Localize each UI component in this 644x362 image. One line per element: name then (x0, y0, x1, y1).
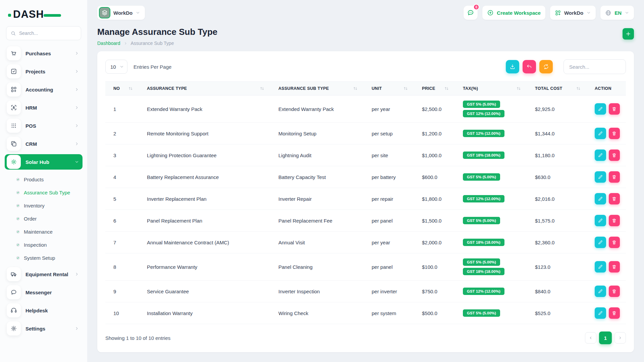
sidebar-search-input[interactable] (19, 31, 77, 36)
sidebar-subitem-inventory[interactable]: Inventory (16, 199, 83, 212)
cell-assurance-type: Panel Replacement Plan (139, 210, 270, 232)
delete-button[interactable] (609, 237, 620, 248)
cell-no: 2 (105, 123, 139, 144)
edit-button[interactable] (595, 171, 606, 183)
delete-button[interactable] (609, 149, 620, 161)
edit-button[interactable] (595, 215, 606, 226)
sidebar-item-projects[interactable]: Projects (5, 64, 83, 79)
cell-assurance-sub-type: Extended Warranty Pack (270, 96, 364, 123)
apps-menu-button[interactable]: WorkDo (550, 6, 596, 20)
tax-badge: GST 18% (18.00%) (463, 268, 504, 275)
delete-button[interactable] (609, 103, 620, 115)
edit-button[interactable] (595, 261, 606, 273)
cell-action (587, 96, 626, 123)
workspace-switcher[interactable]: WorkDo (97, 6, 145, 20)
cell-tax: GST 5% (5.00%) (455, 210, 527, 232)
table-row: 6 Panel Replacement Plan Panel Replaceme… (105, 210, 626, 232)
column-header-no[interactable]: NO (105, 82, 139, 96)
pagination-next-button[interactable] (614, 332, 626, 344)
edit-button[interactable] (595, 149, 606, 161)
breadcrumb-dashboard-link[interactable]: Dashboard (97, 41, 120, 46)
cell-assurance-type: Remote Monitoring Support (139, 123, 270, 144)
sort-icon[interactable] (128, 86, 133, 90)
delete-button[interactable] (609, 286, 620, 297)
sidebar-subitem-inspection[interactable]: Inspection (16, 238, 83, 251)
cell-assurance-sub-type: Wiring Check (270, 302, 364, 324)
delete-button[interactable] (609, 307, 620, 319)
sort-icon[interactable] (404, 86, 408, 90)
sidebar-subitem-system-setup[interactable]: System Setup (16, 251, 83, 264)
sort-icon[interactable] (444, 86, 449, 90)
cell-assurance-type: Installation Warranty (139, 302, 270, 324)
checkbox-icon (10, 68, 17, 75)
table-row: 3 Lightning Protection Guarantee Lightni… (105, 144, 626, 166)
sidebar-search[interactable] (6, 26, 81, 40)
chevron-down-icon (119, 64, 124, 69)
export-button[interactable] (506, 60, 519, 73)
entries-per-page-label: Entries Per Page (133, 64, 171, 70)
sidebar-item-hrm[interactable]: HRM (5, 100, 83, 115)
sidebar-item-accounting[interactable]: Accounting (5, 82, 83, 97)
sidebar-subitem-products[interactable]: Products (16, 173, 83, 186)
column-header-price[interactable]: PRICE (414, 82, 455, 96)
column-header-tax[interactable]: TAX(%) (455, 82, 527, 96)
sidebar-subitem-order[interactable]: Order (16, 212, 83, 225)
sidebar-item-solar-hub[interactable]: Solar Hub (5, 154, 83, 170)
entries-per-page-select[interactable]: 10 (105, 60, 127, 74)
sidebar-item-pos[interactable]: POS (5, 118, 83, 133)
create-workspace-button[interactable]: Create Workspace (482, 6, 545, 20)
edit-button[interactable] (595, 237, 606, 248)
delete-button[interactable] (609, 193, 620, 204)
refresh-button[interactable] (539, 60, 553, 73)
edit-button[interactable] (595, 128, 606, 139)
sidebar-item-label: CRM (25, 141, 70, 147)
sidebar-item-crm[interactable]: CRM (5, 136, 83, 152)
sidebar: DASH Purchases Projects Accounting HRM P… (0, 0, 87, 362)
sort-icon[interactable] (517, 86, 521, 90)
table-search-input[interactable] (564, 59, 626, 74)
sidebar-subitem-assurance-sub-type[interactable]: Assurance Sub Type (16, 186, 83, 199)
pagination-page-1[interactable]: 1 (599, 331, 612, 344)
sort-icon[interactable] (353, 86, 358, 90)
delete-button[interactable] (609, 215, 620, 226)
edit-button[interactable] (595, 286, 606, 297)
tax-badge: GST 18% (18.00%) (463, 152, 504, 159)
delete-button[interactable] (609, 171, 620, 183)
cell-price: $100.0 (414, 253, 455, 281)
cell-unit: per site (364, 144, 414, 166)
sidebar-item-settings[interactable]: Settings (5, 321, 83, 336)
pagination-prev-button[interactable] (585, 332, 596, 344)
column-header-unit[interactable]: UNIT (364, 82, 414, 96)
logo-text: DASH (13, 8, 44, 20)
sort-icon[interactable] (576, 86, 581, 90)
sidebar-item-equipment-rental[interactable]: Equipment Rental (5, 266, 83, 282)
sidebar-item-purchases[interactable]: Purchases (5, 46, 83, 61)
back-button[interactable] (523, 60, 536, 73)
brand-logo[interactable]: DASH (5, 5, 83, 21)
sidebar-item-messenger[interactable]: Messenger (5, 285, 83, 300)
bullet-icon (16, 217, 20, 221)
messages-button[interactable]: 0 (464, 6, 478, 20)
edit-button[interactable] (595, 193, 606, 204)
sidebar-subitem-label: Order (24, 216, 37, 222)
table-row: 9 Service Guarantee Inverter Inspection … (105, 281, 626, 302)
add-assurance-sub-type-button[interactable] (623, 28, 634, 40)
chevron-right-icon (74, 69, 79, 74)
language-label: EN (614, 10, 622, 16)
gear-icon (10, 325, 17, 332)
column-header-assurance-type[interactable]: ASSURANCE TYPE (139, 82, 270, 96)
delete-button[interactable] (609, 261, 620, 273)
showing-entries-text: Showing 1 to 10 of 10 entries (105, 335, 170, 341)
column-header-assurance-sub-type[interactable]: ASSURANCE SUB TYPE (270, 82, 364, 96)
column-header-total-cost[interactable]: TOTAL COST (527, 82, 587, 96)
delete-button[interactable] (609, 128, 620, 139)
sidebar-item-helpdesk[interactable]: Helpdesk (5, 303, 83, 318)
edit-button[interactable] (595, 307, 606, 319)
cell-price: $500.0 (414, 302, 455, 324)
sort-icon[interactable] (260, 86, 264, 90)
edit-button[interactable] (595, 103, 606, 115)
sidebar-subitem-maintenance[interactable]: Maintenance (16, 225, 83, 238)
cell-total-cost: $2,016.0 (527, 188, 587, 210)
language-selector[interactable]: EN (600, 6, 634, 20)
cell-unit: per system (364, 302, 414, 324)
